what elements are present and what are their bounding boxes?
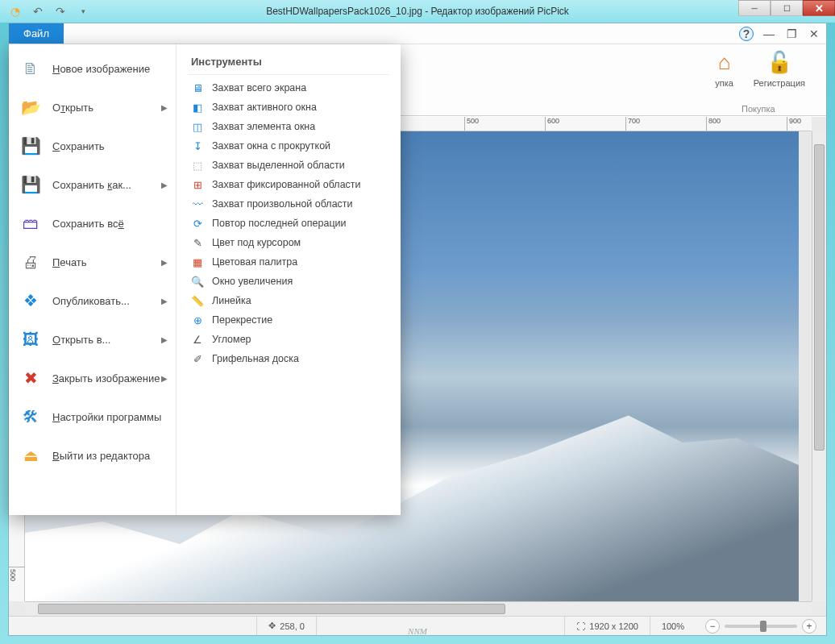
zoom-out-button[interactable]: − (705, 619, 720, 634)
magnifier-icon: 🔍 (191, 275, 204, 288)
minimize-button[interactable]: ─ (738, 0, 771, 16)
settings-icon: 🛠 (20, 406, 41, 427)
exit-icon: ⏏ (20, 445, 41, 466)
redo-button[interactable]: ↷ (52, 2, 69, 20)
tool-item[interactable]: 🔍Окно увеличения (188, 272, 389, 291)
tool-item[interactable]: ✎Цвет под курсором (188, 233, 389, 252)
tool-item-label: Захват элемента окна (212, 121, 315, 132)
capture-activewindow-icon: ◧ (191, 101, 204, 114)
tool-item[interactable]: ⟳Повтор последней операции (188, 214, 389, 233)
saveall-icon: 🗃 (20, 213, 41, 234)
tool-item-label: Перекрестие (212, 314, 272, 326)
chevron-right-icon: ▶ (161, 297, 168, 305)
ribbon-minimize-button[interactable]: — (762, 27, 776, 41)
file-menu-item-label: Сохранить (52, 140, 105, 152)
ruler-tick: 800 (706, 117, 721, 131)
tool-item-label: Захват фиксированной области (212, 179, 361, 190)
purchase-button[interactable]: ⌂ упка (712, 49, 737, 88)
qat-dropdown[interactable]: ▾ (74, 2, 92, 20)
colorpicker-icon: ✎ (191, 236, 204, 249)
file-menu: 🗎Новое изображение📂Открыть▶💾Сохранить💾Со… (9, 44, 401, 515)
tool-item[interactable]: 〰Захват произвольной области (188, 194, 389, 214)
purchase-label: упка (715, 78, 733, 88)
capture-scroll-icon: ↧ (191, 139, 204, 152)
zoom-slider[interactable] (725, 625, 797, 628)
file-menu-item[interactable]: 🗃Сохранить всё (9, 204, 176, 243)
tool-item-label: Захват активного окна (212, 102, 317, 113)
ribbon-restore-button[interactable]: ❐ (784, 27, 799, 41)
file-menu-item[interactable]: ❖Опубликовать...▶ (9, 281, 176, 320)
tool-item[interactable]: 🖥Захват всего экрана (188, 78, 389, 98)
tool-item[interactable]: ✐Грифельная доска (188, 349, 389, 368)
tool-item[interactable]: ⬚Захват выделенной области (188, 156, 389, 175)
scrollbar-vertical[interactable] (812, 131, 826, 601)
capture-region-icon: ⬚ (191, 159, 204, 172)
ruler-tick: 500 (9, 567, 25, 581)
tool-item[interactable]: ⊞Захват фиксированной области (188, 175, 389, 194)
zoom-in-button[interactable]: + (802, 619, 816, 634)
ruler-tick: 600 (545, 117, 559, 131)
tool-item[interactable]: ◫Захват элемента окна (188, 117, 389, 136)
file-menu-item[interactable]: 💾Сохранить (9, 127, 176, 165)
status-coords: ✥ 258, 0 (257, 617, 317, 635)
tool-item-label: Повтор последней операции (212, 218, 347, 229)
openin-icon: 🖼 (20, 329, 41, 350)
tool-item[interactable]: ⊕Перекрестие (188, 310, 389, 330)
chevron-right-icon: ▶ (161, 258, 168, 267)
maximize-button[interactable]: ☐ (771, 0, 803, 16)
dimensions-icon: ⛶ (576, 621, 585, 631)
file-menu-item-label: Сохранить всё (52, 218, 124, 230)
file-menu-item[interactable]: 🖨Печать▶ (9, 243, 176, 281)
tool-item-label: Захват всего экрана (212, 82, 306, 93)
file-menu-item[interactable]: 📂Открыть▶ (9, 88, 176, 127)
status-zoom: 100% (650, 617, 696, 635)
close-button[interactable]: ✕ (803, 0, 835, 16)
titlebar: ◔ ↶ ↷ ▾ BestHDWallpapersPack1026_10.jpg … (0, 0, 835, 23)
file-menu-item[interactable]: 🗎Новое изображение (9, 49, 176, 88)
ribbon-group-purchase: ⌂ упка 🔓 Регистрация Покупка (702, 44, 815, 115)
file-menu-item[interactable]: 🛠Настройки программы (9, 397, 176, 436)
file-menu-item-label: Сохранить как... (52, 179, 131, 191)
tool-item[interactable]: ↧Захват окна с прокруткой (188, 136, 389, 156)
ribbon-group-label: Покупка (742, 104, 775, 114)
ruler-tick: 900 (787, 117, 801, 131)
chevron-right-icon: ▶ (161, 181, 168, 189)
capture-fixed-icon: ⊞ (191, 178, 204, 191)
register-button[interactable]: 🔓 Регистрация (754, 49, 805, 88)
ribbon: Файл ? — ❐ ✕ ⌂ упка 🔓 (9, 23, 826, 116)
palette-icon: ▦ (191, 256, 204, 268)
scrollbar-horizontal[interactable] (25, 601, 812, 616)
ribbon-close-button[interactable]: ✕ (807, 27, 821, 41)
tool-item[interactable]: ▦Цветовая палитра (188, 252, 389, 272)
tools-header: Инструменты (188, 52, 389, 75)
file-menu-item-label: Опубликовать... (52, 295, 130, 307)
tool-item-label: Цветовая палитра (212, 256, 297, 268)
save-icon: 💾 (20, 135, 41, 156)
tool-item-label: Угломер (212, 334, 251, 345)
app-icon: ◔ (6, 2, 24, 20)
help-icon[interactable]: ? (739, 27, 754, 41)
file-menu-item[interactable]: 🖼Открыть в...▶ (9, 320, 176, 359)
file-menu-item[interactable]: ⏏Выйти из редактора (9, 436, 176, 475)
file-menu-item-label: Настройки программы (52, 411, 161, 423)
open-icon: 📂 (20, 97, 41, 118)
file-menu-item[interactable]: 💾Сохранить как...▶ (9, 165, 176, 204)
tool-item-label: Захват произвольной области (212, 198, 353, 210)
ruler-tick: 700 (625, 117, 640, 131)
cart-icon: ⌂ (712, 49, 737, 75)
watermark: NNM (408, 626, 427, 636)
unlock-icon: 🔓 (766, 49, 792, 75)
undo-button[interactable]: ↶ (29, 2, 47, 20)
print-icon: 🖨 (20, 251, 41, 272)
tool-item-label: Окно увеличения (212, 276, 293, 287)
tool-item[interactable]: ∠Угломер (188, 330, 389, 349)
new-doc-icon: 🗎 (20, 58, 41, 79)
move-icon: ✥ (268, 621, 276, 631)
tool-item[interactable]: ◧Захват активного окна (188, 98, 389, 117)
crosshair-icon: ⊕ (191, 314, 204, 326)
file-tab[interactable]: Файл (9, 23, 64, 44)
tool-item[interactable]: 📏Линейка (188, 291, 389, 310)
chevron-right-icon: ▶ (161, 374, 168, 383)
file-menu-item[interactable]: ✖Закрыть изображение▶ (9, 359, 176, 397)
capture-freehand-icon: 〰 (191, 197, 204, 210)
